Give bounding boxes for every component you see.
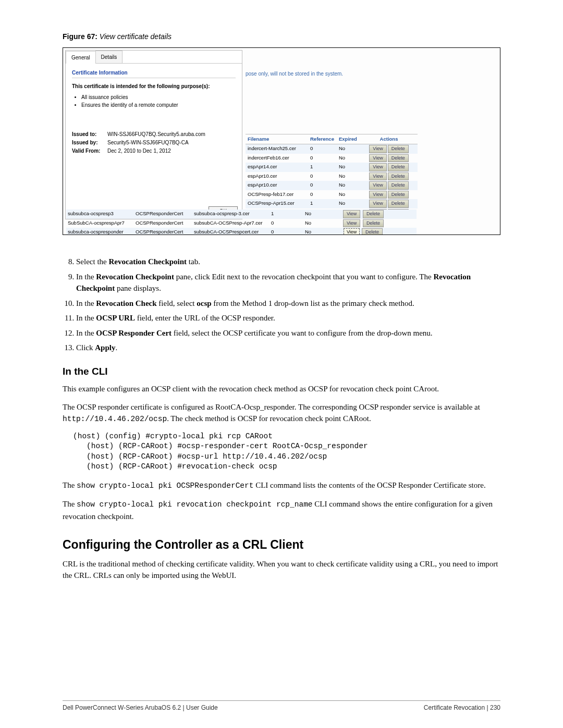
cli-paragraph-2: The OCSP responder certificate is config… (63, 401, 500, 425)
figure-caption: Figure 67: View certificate details (63, 31, 500, 42)
cli-paragraph-1: This example configures an OCSP client w… (63, 383, 500, 395)
cell-actions: View Delete (329, 209, 397, 219)
table-header: Filename Reference Expired Actions (246, 134, 418, 144)
view-button[interactable]: View (369, 145, 386, 153)
cell-reference: 0 (308, 172, 337, 181)
view-button[interactable]: View (369, 163, 386, 171)
footer-right: Certificate Revocation | 230 (424, 703, 500, 712)
step-item: In the Revocation Checkpoint pane, click… (76, 271, 500, 294)
system-message: pose only, will not be stored in the sys… (246, 70, 418, 78)
cell-reference: 0 (270, 228, 303, 235)
tab-general[interactable]: General (66, 51, 96, 64)
th-filename: Filename (246, 134, 308, 144)
document-page: Figure 67: View certificate details X Ge… (0, 0, 563, 624)
step-item: In the Revocation Check field, select oc… (76, 298, 500, 310)
table-row: subsubca-ocspresp3OCSPResponderCertsubsu… (66, 209, 417, 219)
cell-expired: No (337, 144, 360, 154)
cli-paragraph-3: The show crypto-local pki OCSPResponderC… (63, 479, 500, 492)
cli-codeblock: (host) (config) #crypto-local pki rcp CA… (73, 431, 500, 472)
delete-button[interactable]: Delete (388, 145, 409, 153)
delete-button[interactable]: Delete (388, 163, 409, 171)
delete-button[interactable]: Delete (388, 172, 409, 181)
delete-button[interactable]: Delete (363, 219, 384, 228)
cert-purpose-item: All issuance policies (81, 93, 236, 101)
cell-filename: subsubCA-OCSPrespcert.cer (192, 228, 270, 235)
figure-screenshot: X General Details Certificate Informatio… (63, 47, 500, 235)
cell-alias: subsubca-ocspresponder (66, 228, 134, 235)
view-button[interactable]: View (344, 228, 360, 235)
figure-label: Figure 67: (63, 32, 97, 41)
cell-actions: ViewDelete (360, 190, 418, 200)
cell-expired: No (303, 228, 329, 235)
cell-filename: espApr14.cer (246, 163, 308, 172)
crl-heading: Configuring the Controller as a CRL Clie… (63, 536, 500, 554)
cell-alias: subsubca-ocspresp3 (66, 209, 134, 219)
figure-title: View certificate details (100, 32, 172, 41)
delete-button[interactable]: Delete (388, 181, 409, 190)
cell-expired: No (303, 209, 329, 219)
cell-actions: ViewDelete (360, 181, 418, 190)
step-item: Click Apply. (76, 342, 500, 354)
cell-reference: 1 (308, 163, 337, 172)
table-row: indercert-March25.cer0NoViewDelete (246, 144, 418, 154)
view-button[interactable]: View (369, 181, 386, 190)
cell-expired: No (337, 181, 360, 190)
in-the-cli-heading: In the CLI (63, 364, 500, 379)
valid-from-label: Valid From: (72, 147, 107, 155)
step-item: In the OCSP URL field, enter the URL of … (76, 312, 500, 324)
cli-para3-a: The (63, 481, 77, 489)
cell-expired: No (303, 219, 329, 228)
issued-to-label: Issued to: (72, 130, 107, 138)
cert-info-heading: Certificate Information (72, 69, 236, 78)
cell-alias: SubSubCA-ocsprespApr7 (66, 219, 134, 228)
cell-reference: 0 (308, 144, 337, 154)
cert-purpose-item: Ensures the identity of a remote compute… (81, 101, 236, 109)
cell-filename: indercertFeb16.cer (246, 154, 308, 163)
view-button[interactable]: View (343, 219, 360, 228)
view-button[interactable]: View (369, 191, 386, 199)
step-list: Select the Revocation Checkpoint tab.In … (63, 256, 500, 354)
cell-filename: OCSPresp-Apr15.cer (246, 199, 308, 208)
cell-reference: 0 (308, 181, 337, 190)
cli-para2-a: The OCSP responder certificate is config… (63, 403, 480, 411)
tab-details[interactable]: Details (95, 51, 123, 63)
cell-actions: ViewDelete (360, 163, 418, 172)
step-item: In the OCSP Responder Cert field, select… (76, 327, 500, 339)
delete-button[interactable]: Delete (388, 154, 409, 163)
cell-filename: subsubca-ocspresp-3.cer (192, 209, 270, 219)
cell-reference: 0 (308, 154, 337, 163)
dialog-tabs: General Details (66, 51, 242, 64)
issued-to: WIN-SSJ66FUQ7BQ.Security5.aruba.com (107, 130, 205, 138)
th-actions: Actions (360, 134, 418, 144)
cell-expired: No (337, 154, 360, 163)
cert-purpose-intro: This certificate is intended for the fol… (72, 82, 236, 90)
view-button[interactable]: View (369, 172, 386, 181)
delete-button[interactable]: Delete (388, 200, 409, 208)
page-footer: Dell PowerConnect W-Series ArubaOS 6.2 |… (63, 700, 500, 712)
delete-button[interactable]: Delete (388, 191, 409, 199)
cli-para4-code: show crypto-local pki revocation checkpo… (77, 500, 312, 509)
step-item: Select the Revocation Checkpoint tab. (76, 256, 500, 268)
delete-button[interactable]: Delete (363, 210, 384, 218)
cli-para3-code: show crypto-local pki OCSPResponderCert (77, 482, 253, 490)
cell-expired: No (337, 190, 360, 200)
cell-type: OCSPResponderCert (134, 228, 192, 235)
delete-button[interactable]: Delete (362, 228, 383, 235)
valid-from: Dec 2, 2010 to Dec 1, 2012 (107, 147, 171, 155)
cell-actions: View Delete (329, 228, 397, 235)
table-row: SubSubCA-ocsprespApr7OCSPResponderCertsu… (66, 219, 417, 228)
view-button[interactable]: View (369, 154, 386, 163)
bottom-rows: subsubca-ocspresp3OCSPResponderCertsubsu… (66, 209, 417, 235)
view-button[interactable]: View (343, 210, 360, 218)
table-row: espApr10.cer0NoViewDelete (246, 172, 418, 181)
cell-reference: 1 (308, 199, 337, 208)
cell-filename: OCSPresp-feb17.cer (246, 190, 308, 200)
cell-expired: No (337, 172, 360, 181)
cli-para2-b: . The check method is OCSP for revocatio… (167, 414, 371, 423)
view-button[interactable]: View (369, 200, 386, 208)
cell-actions: ViewDelete (360, 154, 418, 163)
cell-actions: ViewDelete (360, 144, 418, 154)
table-row: OCSPresp-feb17.cer0NoViewDelete (246, 190, 418, 200)
cli-paragraph-4: The show crypto-local pki revocation che… (63, 498, 500, 522)
cell-filename: espApr10.cer (246, 181, 308, 190)
